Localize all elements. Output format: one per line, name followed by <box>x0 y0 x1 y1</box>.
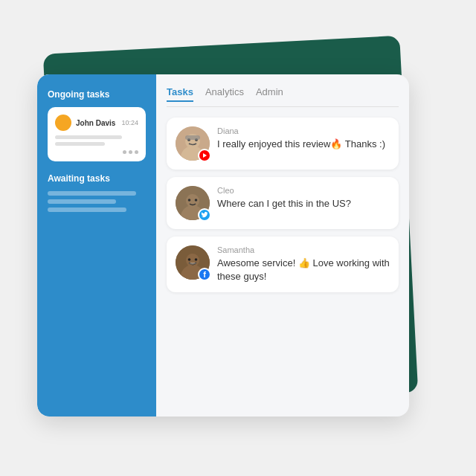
tab-admin[interactable]: Admin <box>256 86 283 102</box>
youtube-badge <box>198 149 211 162</box>
task-dots <box>55 150 138 154</box>
awaiting-line-2 <box>48 199 116 204</box>
facebook-badge: f <box>198 268 211 281</box>
task-avatar <box>55 115 71 131</box>
awaiting-tasks-title: Awaiting tasks <box>48 173 146 184</box>
message-text-diana: I really enjoyed this review🔥 Thanks :) <box>217 138 390 151</box>
twitter-badge <box>198 208 211 222</box>
task-line-2 <box>55 142 105 146</box>
avatar-wrap-cleo <box>176 186 210 220</box>
message-list: Diana I really enjoyed this review🔥 Than… <box>167 118 399 292</box>
avatar-wrap-samantha: f <box>176 245 210 280</box>
tab-tasks[interactable]: Tasks <box>167 86 193 102</box>
awaiting-line-1 <box>48 191 136 196</box>
message-sender-diana: Diana <box>217 126 390 135</box>
awaiting-line-3 <box>48 208 126 212</box>
message-text-samantha: Awesome service! 👍 Love working with the… <box>217 257 390 283</box>
sidebar: Ongoing tasks John Davis 10:24 <box>37 74 156 416</box>
task-user-name: John Davis <box>76 119 117 127</box>
tab-bar: Tasks Analytics Admin <box>167 86 399 107</box>
main-card: Ongoing tasks John Davis 10:24 <box>37 74 409 416</box>
message-body-cleo: Cleo Where can I get this in the US? <box>217 186 390 210</box>
task-time: 10:24 <box>121 119 138 126</box>
awaiting-section: Awaiting tasks <box>48 173 146 212</box>
svg-marker-6 <box>203 153 207 158</box>
svg-point-16 <box>195 258 198 261</box>
task-card[interactable]: John Davis 10:24 <box>48 107 146 161</box>
tab-analytics[interactable]: Analytics <box>205 86 244 102</box>
message-card-samantha[interactable]: f Samantha Awesome service! 👍 Love worki… <box>167 237 399 292</box>
task-line-1 <box>55 135 122 139</box>
awaiting-lines <box>48 191 146 212</box>
avatar-wrap-diana <box>176 126 210 161</box>
task-content-lines <box>55 135 138 146</box>
content-area: Tasks Analytics Admin <box>156 74 409 416</box>
message-text-cleo: Where can I get this in the US? <box>217 197 390 210</box>
message-sender-cleo: Cleo <box>217 186 390 195</box>
message-body-samantha: Samantha Awesome service! 👍 Love working… <box>217 245 390 283</box>
message-card-cleo[interactable]: Cleo Where can I get this in the US? <box>167 177 399 229</box>
message-body-diana: Diana I really enjoyed this review🔥 Than… <box>217 126 390 151</box>
message-card-diana[interactable]: Diana I really enjoyed this review🔥 Than… <box>167 118 399 170</box>
ongoing-tasks-title: Ongoing tasks <box>48 89 146 100</box>
svg-point-11 <box>195 199 198 202</box>
message-sender-samantha: Samantha <box>217 245 390 254</box>
svg-point-15 <box>188 258 191 261</box>
svg-point-10 <box>188 199 191 202</box>
svg-rect-5 <box>185 135 200 140</box>
